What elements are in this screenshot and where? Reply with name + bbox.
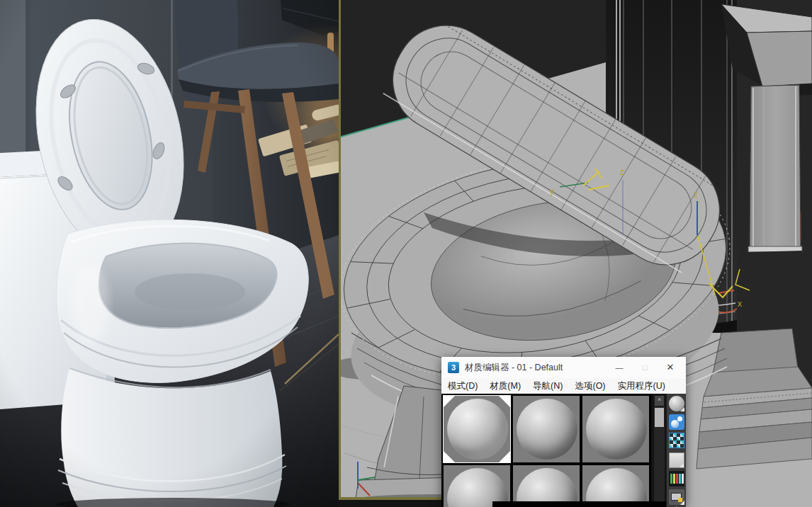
material-sphere bbox=[586, 399, 647, 460]
swatch-scrollbar[interactable]: ^ bbox=[654, 395, 665, 507]
scrollbar-thumb[interactable] bbox=[655, 408, 664, 427]
photo-vignette bbox=[0, 0, 339, 507]
axis-y-label: y bbox=[550, 186, 554, 196]
material-editor-menubar: 模式(D) 材质(M) 导航(N) 选项(O) 实用程序(U) bbox=[441, 378, 686, 394]
material-swatch-1[interactable] bbox=[443, 395, 511, 463]
axis-z-label: z bbox=[620, 167, 624, 177]
material-editor-toolbar: ✧ bbox=[666, 394, 686, 507]
bottom-black-strip bbox=[492, 501, 686, 507]
scroll-up-button[interactable]: ^ bbox=[654, 395, 665, 406]
material-swatch-2[interactable] bbox=[512, 395, 580, 463]
material-sphere bbox=[447, 399, 508, 460]
options-icon[interactable]: ✧ bbox=[669, 501, 684, 507]
video-color-check-icon[interactable] bbox=[669, 471, 684, 486]
screen: y z z x 3 材质编辑器 - 01 - Default — □ ✕ bbox=[0, 0, 812, 507]
minimize-button[interactable]: — bbox=[607, 357, 632, 378]
menu-utilities[interactable]: 实用程序(U) bbox=[618, 380, 665, 392]
menu-navigation[interactable]: 导航(N) bbox=[533, 380, 563, 392]
reference-photo bbox=[0, 0, 339, 507]
material-sample-panel: ^ ✧ bbox=[441, 394, 686, 507]
backlight-icon[interactable] bbox=[669, 414, 684, 430]
material-swatch-5[interactable] bbox=[512, 465, 580, 507]
maximize-button[interactable]: □ bbox=[632, 357, 658, 378]
material-editor-titlebar[interactable]: 3 材质编辑器 - 01 - Default — □ ✕ bbox=[441, 357, 686, 378]
material-swatch-3[interactable] bbox=[582, 395, 650, 463]
column-base-moldings bbox=[697, 388, 812, 469]
sample-type-sphere-icon[interactable] bbox=[669, 396, 684, 411]
material-editor-window[interactable]: 3 材质编辑器 - 01 - Default — □ ✕ 模式(D) 材质(M)… bbox=[441, 357, 686, 507]
axis-x-label: x bbox=[738, 299, 742, 309]
menu-options[interactable]: 选项(O) bbox=[575, 380, 605, 392]
background-checker-icon[interactable] bbox=[669, 433, 684, 448]
close-button[interactable]: ✕ bbox=[658, 357, 683, 378]
material-sphere bbox=[517, 399, 577, 460]
3dsmax-app-icon: 3 bbox=[448, 362, 459, 373]
material-swatch-4[interactable] bbox=[443, 465, 511, 507]
menu-mode[interactable]: 模式(D) bbox=[448, 380, 478, 392]
sample-uv-tiling-icon[interactable] bbox=[669, 452, 684, 468]
window-title: 材质编辑器 - 01 - Default bbox=[465, 362, 607, 374]
axis-z2-label: z bbox=[694, 190, 698, 200]
menu-material[interactable]: 材质(M) bbox=[490, 380, 521, 392]
material-swatch-6[interactable] bbox=[582, 465, 650, 507]
